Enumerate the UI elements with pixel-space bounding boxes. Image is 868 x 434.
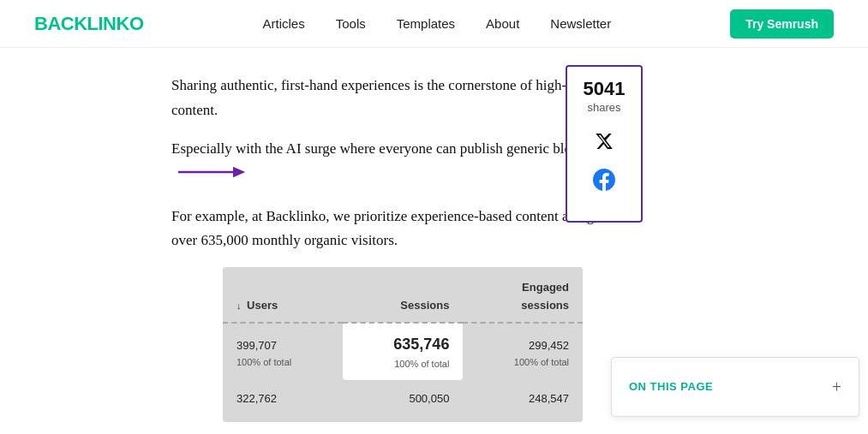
nav-links: Articles Tools Templates About Newslette… [263,13,612,35]
try-semrush-button[interactable]: Try Semrush [730,9,834,39]
table-row-secondary: 322,762 500,050 248,547 [223,380,583,422]
site-logo[interactable]: BACKLINKO [34,9,144,39]
users-value2: 322,762 [223,380,343,422]
svg-marker-1 [233,166,245,176]
sort-arrow-icon: ↓ [236,300,242,311]
engaged-sublabel: 100% of total [476,355,569,371]
col-sessions-header: Sessions [343,267,464,323]
article-para1: Sharing authentic, first-hand experience… [171,74,617,123]
logo-text: BACKLINK [34,13,129,34]
article-body: Sharing authentic, first-hand experience… [171,74,617,253]
analytics-table: ↓ Users Sessions Engagedsessions 399,707… [223,267,583,422]
article-para2: Especially with the AI surge where every… [171,137,617,191]
on-this-page-label: ON THIS PAGE [629,378,713,396]
navbar: BACKLINKO Articles Tools Templates About… [0,0,868,48]
on-this-page-expand-icon[interactable]: + [832,373,841,401]
nav-tools[interactable]: Tools [336,16,366,31]
users-value: 399,707 100% of total [223,323,343,380]
page-wrapper: 5041 shares Sharing authentic, first-han… [0,48,868,434]
on-this-page-panel[interactable]: ON THIS PAGE + [611,357,859,417]
twitter-share-icon[interactable] [576,129,632,159]
col-users-header: ↓ Users [223,267,343,323]
sessions-value2: 500,050 [343,380,464,422]
analytics-table-wrapper: ↓ Users Sessions Engagedsessions 399,707… [223,267,583,422]
engaged-value2: 248,547 [463,380,583,422]
share-label: shares [576,99,632,117]
share-count: 5041 [576,79,632,99]
article-para3: For example, at Backlinko, we prioritize… [171,205,617,254]
nav-about[interactable]: About [486,16,519,31]
table-row-main: 399,707 100% of total 635,746 100% of to… [223,323,583,380]
logo-letter: O [129,13,144,34]
users-sublabel: 100% of total [236,355,329,371]
sessions-value-highlight: 635,746 100% of total [343,323,464,380]
nav-articles[interactable]: Articles [263,16,305,31]
arrow-graphic [178,162,247,191]
content-area: 5041 shares Sharing authentic, first-han… [0,48,651,434]
col-engaged-header: Engagedsessions [463,267,583,323]
nav-newsletter[interactable]: Newsletter [550,16,611,31]
share-box: 5041 shares [566,65,643,223]
sessions-sublabel: 100% of total [356,357,450,372]
engaged-value: 299,452 100% of total [463,323,583,380]
facebook-share-icon[interactable] [576,166,632,202]
nav-templates[interactable]: Templates [397,16,455,31]
